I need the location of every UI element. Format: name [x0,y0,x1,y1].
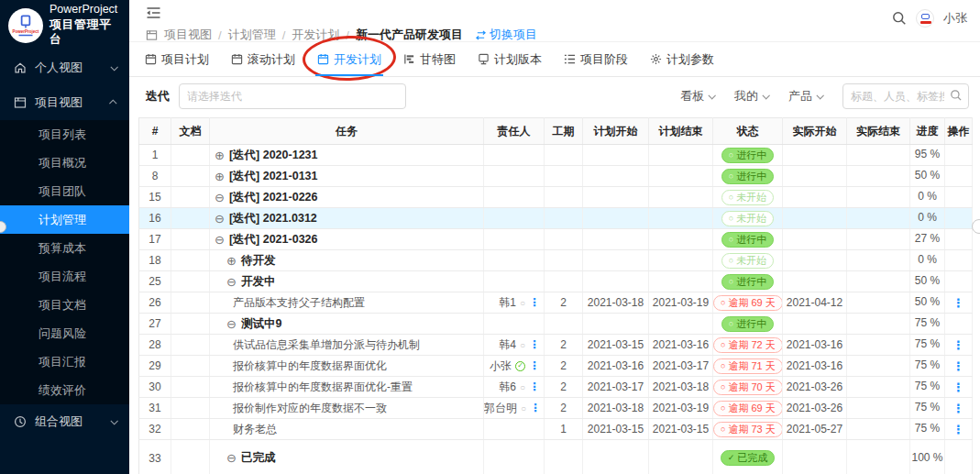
task-label[interactable]: 待开发 [241,253,276,269]
sidebar-group-personal-view[interactable]: 个人视图 [0,50,129,85]
menu-fold-icon[interactable] [146,6,161,23]
iteration-select[interactable] [179,83,406,109]
avatar[interactable] [916,9,934,28]
table-row[interactable]: 28供试品信息采集单增加分派与待办机制韩4○⋮22021-03-152021-0… [139,335,973,356]
sidebar-group-project-view[interactable]: 项目视图 [0,85,129,120]
breadcrumb-item[interactable]: 计划管理 [228,27,276,43]
panel-handle-right[interactable] [972,219,980,234]
tab-计划参数[interactable]: 计划参数 [650,42,714,76]
column-header-实际开始[interactable]: 实际开始 [783,118,847,145]
tab-项目计划[interactable]: 项目计划 [145,42,209,76]
plan-end-cell: 2021-03-18 [649,377,713,398]
expand-icon[interactable]: ⊕ [215,149,225,162]
sidebar-group-portfolio-view[interactable]: 组合视图 [0,404,129,439]
tab-滚动计划[interactable]: 滚动计划 [231,42,295,76]
table-row[interactable]: 31报价制作对应的年度数据不一致郭台明○⋮22021-03-182021-03-… [139,398,973,419]
tab-甘特图[interactable]: 甘特图 [403,42,456,76]
collapse-icon[interactable]: ⊖ [226,317,237,331]
actual-start-cell: 2021-03-26 [783,377,847,398]
collapse-icon[interactable]: ⊖ [215,212,225,226]
task-label[interactable]: 财务老总 [233,422,277,437]
sidebar-item-项目团队[interactable]: 项目团队 [0,177,129,205]
table-row[interactable]: 26产品版本支持父子结构配置韩1○⋮22021-03-182021-03-19○… [139,292,973,314]
dot-icon: ○ [729,172,733,181]
filter-dropdown-产品[interactable]: 产品 [788,88,822,105]
assignee-menu-icon[interactable]: ⋮ [530,402,541,414]
table-row[interactable]: 8⊕[迭代] 2021-0131○进行中50 % [139,166,973,187]
sidebar-item-项目概况[interactable]: 项目概况 [0,149,129,177]
table-row[interactable]: 27⊖测试中9○进行中75 % [139,314,973,335]
sidebar-item-项目列表[interactable]: 项目列表 [0,120,129,149]
sidebar-item-绩效评价[interactable]: 绩效评价 [0,376,129,404]
sidebar-item-项目流程[interactable]: 项目流程 [0,262,129,291]
filter-dropdown-我的[interactable]: 我的 [734,88,768,105]
column-header-#[interactable]: # [139,118,171,145]
switch-project-link[interactable]: 切换项目 [475,27,537,43]
assignee-menu-icon[interactable]: ⋮ [529,359,540,372]
column-header-计划开始[interactable]: 计划开始 [583,118,649,145]
filter-dropdown-看板[interactable]: 看板 [680,88,714,105]
task-label[interactable]: 产品版本支持父子结构配置 [233,295,365,311]
tab-开发计划[interactable]: 开发计划 [317,42,381,76]
expand-icon[interactable]: ⊕ [215,170,225,183]
task-label[interactable]: [迭代] 2021-0326 [229,232,318,248]
task-label[interactable]: 测试中9 [241,316,281,332]
assignee-menu-icon[interactable]: ⋮ [529,380,540,393]
breadcrumb-item[interactable]: 新一代产品研发项目 [356,27,463,43]
table-row[interactable]: 30报价核算中的年度数据界面优化-重置韩6○⋮22021-03-172021-0… [139,377,973,398]
sidebar-item-项目汇报[interactable]: 项目汇报 [0,347,129,376]
task-label[interactable]: 报价核算中的年度数据界面优化-重置 [233,380,413,395]
column-header-操作[interactable]: 操作 [945,118,973,145]
table-row[interactable]: 1⊕[迭代] 2020-1231○进行中95 % [139,145,973,166]
row-actions-icon[interactable]: ⋮ [952,423,964,436]
tab-项目阶段[interactable]: 项目阶段 [564,42,628,76]
column-header-文档[interactable]: 文档 [171,118,210,145]
table-row[interactable]: 17⊖[迭代] 2021-0326○进行中27 % [139,229,973,250]
task-label[interactable]: [迭代] 2020-1231 [229,148,318,163]
column-header-进度[interactable]: 进度 [910,118,945,145]
table-row[interactable]: 18⊕待开发○未开始0 % [139,250,973,271]
row-actions-icon[interactable]: ⋮ [952,380,964,394]
collapse-icon[interactable]: ⊖ [226,275,237,289]
task-label[interactable]: 报价制作对应的年度数据不一致 [233,401,387,416]
table-row[interactable]: 16⊖[迭代] 2021.0312○未开始0 % [139,208,973,229]
table-row[interactable]: 32财务老总12021-03-152021-03-15○逾期 73 天2021-… [139,419,973,440]
task-label[interactable]: [迭代] 2021-0226 [229,190,318,205]
sidebar-item-计划管理[interactable]: 计划管理 [0,205,129,234]
column-header-任务[interactable]: 任务 [210,118,484,145]
sidebar-item-问题风险[interactable]: 问题风险 [0,319,129,347]
task-label[interactable]: 开发中 [241,274,276,290]
column-header-责任人[interactable]: 责任人 [484,118,545,145]
column-header-实际结束[interactable]: 实际结束 [847,118,910,145]
row-actions-icon[interactable]: ⋮ [952,359,964,373]
table-row[interactable]: 33⊖已完成✓已完成100 % [139,440,973,474]
task-label[interactable]: 已完成 [241,450,276,466]
task-label[interactable]: [迭代] 2021.0312 [229,211,317,226]
sidebar-item-预算成本[interactable]: 预算成本 [0,234,129,262]
task-label[interactable]: 供试品信息采集单增加分派与待办机制 [233,337,420,353]
sidebar-item-项目文档[interactable]: 项目文档 [0,291,129,319]
column-header-状态[interactable]: 状态 [713,118,783,145]
user-name[interactable]: 小张 [943,10,967,27]
assignee-menu-icon[interactable]: ⋮ [529,338,540,351]
column-header-计划结束[interactable]: 计划结束 [649,118,713,145]
expand-icon[interactable]: ⊕ [226,254,237,268]
row-actions-icon[interactable]: ⋮ [952,338,964,352]
row-actions-icon[interactable]: ⋮ [952,296,964,310]
assignee-menu-icon[interactable]: ⋮ [529,296,540,309]
task-label[interactable]: [迭代] 2021-0131 [229,169,318,184]
collapse-icon[interactable]: ⊖ [215,233,225,247]
row-actions-icon[interactable]: ⋮ [952,402,964,415]
column-header-工期[interactable]: 工期 [545,118,583,145]
table-row[interactable]: 29报价核算中的年度数据界面优化小张✓⋮22021-03-162021-03-1… [139,356,973,377]
table-row[interactable]: 25⊖开发中○进行中50 % [139,271,973,292]
search-icon[interactable] [892,11,907,26]
collapse-icon[interactable]: ⊖ [215,191,225,204]
task-label[interactable]: 报价核算中的年度数据界面优化 [233,358,387,374]
collapse-icon[interactable]: ⊖ [226,451,237,465]
breadcrumb-item[interactable]: 项目视图 [164,27,212,43]
tab-计划版本[interactable]: 计划版本 [478,42,542,76]
breadcrumb-item[interactable]: 开发计划 [292,27,339,43]
table-row[interactable]: 15⊖[迭代] 2021-0226○未开始0 % [139,187,973,208]
search-icon[interactable] [950,89,963,105]
